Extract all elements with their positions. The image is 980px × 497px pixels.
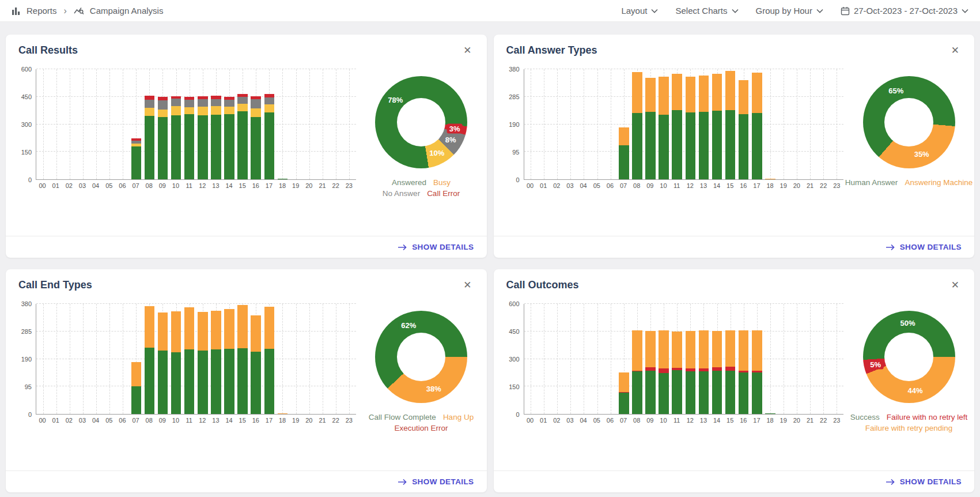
bar-segment <box>145 108 155 116</box>
donut-percentage-label: 78% <box>385 95 405 105</box>
x-axis-label: 17 <box>262 182 275 189</box>
x-axis-label: 21 <box>316 182 329 189</box>
close-icon[interactable]: ✕ <box>461 279 474 291</box>
bar-segment <box>645 78 656 112</box>
donut-percentage-label: 35% <box>912 149 932 159</box>
bar-segment <box>278 413 288 415</box>
show-details-link[interactable]: SHOW DETAILS <box>398 243 474 251</box>
x-axis-label: 03 <box>75 417 89 424</box>
x-axis-label: 12 <box>196 417 209 424</box>
donut-chart: 35%65% <box>863 76 955 168</box>
legend-item[interactable]: Execution Error <box>394 424 448 432</box>
card-call-end-types: Call End Types ✕ 095190285380 0001020304… <box>6 269 487 492</box>
stacked-bar-chart: 095190285380 000102030405060708091011121… <box>15 295 360 470</box>
dashboard-grid: Call Results ✕ 0150300450600 00010203040… <box>0 22 980 497</box>
x-axis-label: 19 <box>289 182 302 189</box>
legend-row: AnsweredBusy <box>379 177 463 188</box>
x-axis-label: 01 <box>49 182 62 189</box>
bar-segment <box>251 315 261 352</box>
gridline <box>109 69 110 179</box>
gridline <box>123 304 123 414</box>
bar-segment <box>264 307 275 349</box>
gridline <box>336 304 336 414</box>
bar-segment <box>198 115 208 179</box>
show-details-link[interactable]: SHOW DETAILS <box>398 477 474 486</box>
breadcrumb-section[interactable]: Reports <box>27 6 57 16</box>
donut-percentage-label: 50% <box>898 318 918 327</box>
legend-item[interactable]: Answered <box>392 178 426 187</box>
bar-segment <box>171 352 181 414</box>
bar-segment <box>645 112 656 179</box>
gridline <box>531 304 531 414</box>
select-charts-dropdown[interactable]: Select Charts <box>675 6 738 16</box>
bar-segment <box>224 97 234 100</box>
bar-segment <box>725 367 736 370</box>
x-axis-label: 12 <box>683 417 697 424</box>
bar-segment <box>712 367 722 371</box>
x-axis-label: 03 <box>563 182 577 189</box>
group-by-dropdown[interactable]: Group by Hour <box>756 6 823 16</box>
legend-item[interactable]: Hang Up <box>443 413 474 421</box>
gridline <box>524 69 844 69</box>
bar-segment <box>645 331 656 368</box>
show-details-link[interactable]: SHOW DETAILS <box>886 477 962 486</box>
close-icon[interactable]: ✕ <box>949 279 962 291</box>
y-axis-tick: 0 <box>28 411 32 418</box>
gridline <box>557 69 558 179</box>
chevron-down-icon <box>732 9 739 13</box>
legend-item[interactable]: Human Answer <box>845 178 898 187</box>
bar-segment <box>699 371 709 414</box>
chart-legend: AnsweredBusyNo AnswerCall Error <box>379 177 463 199</box>
close-icon[interactable]: ✕ <box>461 44 474 57</box>
show-details-label: SHOW DETAILS <box>900 243 962 251</box>
legend-item[interactable]: Call Flow Complete <box>369 413 436 421</box>
legend-item[interactable]: Success <box>850 413 880 421</box>
y-axis: 095190285380 <box>15 304 36 415</box>
gridline <box>323 304 323 414</box>
legend-row: Call Flow CompleteHang Up <box>365 412 477 423</box>
date-range-picker[interactable]: 27-Oct-2023 - 27-Oct-2023 <box>841 6 968 16</box>
bar-segment <box>619 372 629 392</box>
card-call-outcomes: Call Outcomes ✕ 0150300450600 0001020304… <box>494 269 975 492</box>
gridline <box>323 69 323 179</box>
x-axis-label: 13 <box>697 182 710 189</box>
bar-segment <box>158 312 168 351</box>
close-icon[interactable]: ✕ <box>949 44 962 57</box>
x-axis-label: 15 <box>724 182 737 189</box>
bar-segment <box>211 115 221 179</box>
show-details-label: SHOW DETAILS <box>412 477 474 486</box>
x-axis: 0001020304050607080910111213141516171819… <box>524 182 844 189</box>
gridline <box>96 304 97 414</box>
legend-item[interactable]: Answering Machine <box>905 178 973 187</box>
gridline <box>837 69 837 179</box>
campaign-analysis-icon <box>74 6 84 16</box>
donut-percentage-label: 8% <box>443 134 459 144</box>
legend-item[interactable]: Busy <box>433 178 451 187</box>
bar-segment <box>264 94 275 97</box>
show-details-link[interactable]: SHOW DETAILS <box>886 243 962 251</box>
bar-segment <box>211 106 221 114</box>
legend-item[interactable]: No Answer <box>383 189 420 198</box>
bar-segment <box>171 311 181 352</box>
bar-segment <box>145 100 155 108</box>
bar-segment <box>211 96 221 99</box>
stacked-bar-chart: 0150300450600 00010203040506070809101112… <box>503 295 847 470</box>
bar-segment <box>725 110 736 179</box>
x-axis-label: 04 <box>577 182 590 189</box>
bar-segment <box>145 116 155 179</box>
show-details-label: SHOW DETAILS <box>412 243 474 251</box>
legend-item[interactable]: Call Error <box>427 189 460 198</box>
donut-percentage-label: 10% <box>427 148 447 157</box>
gridline <box>810 69 811 179</box>
bar-segment <box>712 331 722 367</box>
legend-item[interactable]: Failure with retry pending <box>865 424 953 432</box>
bar-segment <box>659 115 669 179</box>
bar-segment <box>237 348 248 414</box>
bar-segment <box>632 371 642 372</box>
gridline <box>36 303 356 304</box>
legend-item[interactable]: Failure with no retry left <box>887 413 967 421</box>
layout-dropdown[interactable]: Layout <box>621 6 658 16</box>
bar-segment <box>699 76 709 112</box>
bar-segment <box>752 372 762 414</box>
x-axis-label: 14 <box>710 417 723 424</box>
